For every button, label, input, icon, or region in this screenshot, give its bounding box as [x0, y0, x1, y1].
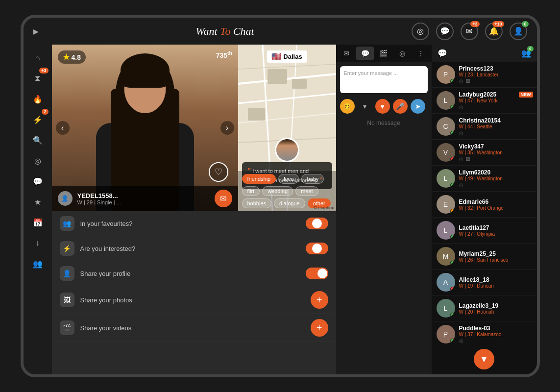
user-icons-christina20154: ◎ [459, 130, 532, 136]
share-photos-icon: 🖼 [60, 293, 74, 307]
user-meta-christina20154: Christina20154 W | 44 | Seattle ◎ [459, 117, 532, 136]
map-avatar-img [276, 139, 298, 161]
user-loc-edmarie66: W | 32 | Port Orange [459, 205, 532, 211]
map-bg: 🇺🇸 Dallas " I want to meet men and women… [238, 45, 336, 211]
toggle-favourites: 👥 In your favourites? [52, 211, 336, 236]
mic-btn[interactable]: 🎤 [393, 99, 408, 114]
user-loc-vicky347: W | 35 | Washington [459, 150, 532, 155]
user-item-princess123[interactable]: P Princess123 W | 23 | Lancaster ◎ 🖼 [432, 62, 537, 88]
message-input[interactable]: Enter your message ... [340, 66, 428, 93]
sidebar-item-adduser[interactable]: 👥 [29, 255, 46, 272]
tag-wedding[interactable]: wedding [262, 186, 293, 196]
right-panel-header: 💬 👥 0 [432, 45, 537, 62]
tag-hobbies[interactable]: hobbies [242, 198, 272, 208]
meta-target-icon: ◎ [459, 130, 463, 136]
user-item-lilym62020[interactable]: L Lilym62020 W | 49 | Washington ◎ [432, 166, 537, 192]
sidebar-item-star[interactable]: ★ [29, 194, 46, 210]
user-loc-princess123: W | 23 | Lancaster [459, 72, 532, 77]
sidebar-item-hourglass[interactable]: ⧗ +3 [29, 70, 46, 87]
sidebar-item-target[interactable]: ◎ [29, 152, 46, 169]
interested-icon: ⚡ [60, 241, 74, 256]
user-name-princess123: Princess123 [459, 65, 532, 72]
play-icon[interactable]: ▶ [33, 27, 39, 35]
target-icon-btn[interactable]: ◎ [412, 23, 429, 40]
user-item-vicky347[interactable]: V Vicky347 W | 35 | Washington ◎ 🖼 [432, 140, 537, 166]
share-videos-label: Share your videos [80, 324, 305, 332]
chat-tab-target[interactable]: ◎ [393, 47, 411, 60]
chat-tab-chat[interactable]: 💬 [356, 47, 374, 60]
bell-icon-btn[interactable]: 🔔 +10 [485, 23, 503, 40]
rp-chat-icon: 💬 [438, 49, 447, 58]
bottom-panel: 👥 In your favourites? ⚡ Are you interest… [52, 211, 336, 374]
chat-tab-mail[interactable]: ✉ [338, 47, 356, 60]
share-videos-icon: 🎬 [60, 320, 74, 335]
sidebar-item-home[interactable]: ⌂ [29, 49, 46, 66]
rank-badge: 735th [216, 50, 232, 59]
user-item-laetitia127[interactable]: L Laetitia127 W | 27 | Olympia [432, 218, 537, 244]
tag-dialogue[interactable]: dialogue [274, 198, 305, 208]
user-avatar-ladybug2025: L [437, 91, 455, 110]
chat-icon-btn[interactable]: 💬 [436, 23, 454, 40]
next-photo-btn[interactable]: › [220, 121, 234, 135]
user-loc-lagazelle: W | 20 | Hoonah [459, 309, 532, 315]
user-item-lagazelle[interactable]: L Lagazelle3_19 W | 20 | Hoonah [432, 295, 537, 321]
user-item-puddles[interactable]: P Puddles-03 W | 37 | Kalamazoo ◎ [432, 321, 537, 346]
user-meta-alice18: Alice18_18 W | 19 | Duncan [459, 276, 532, 289]
mail-icon-btn[interactable]: ✉ +3 [461, 23, 478, 40]
app-logo: Want To Chat [195, 25, 254, 38]
user-name-puddles: Puddles-03 [459, 325, 532, 332]
tag-love[interactable]: love [278, 174, 299, 184]
sidebar-item-lightning[interactable]: ⚡ 2 [29, 111, 46, 128]
user-item-ladybug2025[interactable]: L Ladybug2025 W | 47 | New York ◎ NEW [432, 88, 537, 114]
prev-photo-btn[interactable]: ‹ [56, 121, 70, 135]
share-profile-toggle[interactable] [306, 268, 328, 279]
tag-baby[interactable]: baby [301, 174, 324, 184]
tag-friendship[interactable]: friendship [242, 174, 276, 184]
favourites-toggle[interactable] [306, 218, 328, 229]
heart-btn[interactable]: ♡ [209, 162, 228, 182]
sidebar-item-calendar[interactable]: 📅 [29, 214, 46, 231]
sidebar-item-download[interactable]: ↓ [29, 235, 46, 251]
user-avatar-vicky347: V [437, 143, 455, 162]
interested-toggle[interactable] [306, 243, 328, 254]
online-dot [450, 261, 455, 265]
interested-label: Are you interested? [80, 245, 300, 252]
user-name-block: YEDEL1558... W | 29 | Single | ... [77, 192, 121, 205]
user-meta-vicky347: Vicky347 W | 35 | Washington ◎ 🖼 [459, 143, 532, 162]
share-photos-plus[interactable]: + [311, 291, 328, 309]
dropdown-btn[interactable]: ▾ [358, 99, 372, 114]
rp-adduser-btn[interactable]: 👥 0 [521, 49, 531, 58]
share-videos-plus[interactable]: + [311, 319, 328, 337]
user-loc-christina20154: W | 44 | Seattle [459, 124, 532, 129]
user-meta-edmarie66: Edmarie66 W | 32 | Port Orange [459, 198, 532, 211]
online-dot [450, 339, 455, 343]
user-item-myriam25[interactable]: M Myriam25_25 W | 26 | San Francisco [432, 244, 537, 270]
user-name-laetitia127: Laetitia127 [459, 224, 532, 231]
top-bar-icons: ◎ 💬 ✉ +3 🔔 +10 👤 0 [412, 23, 527, 40]
user-item-alice18[interactable]: A Alice18_18 W | 19 | Duncan [432, 270, 537, 295]
filter-btn[interactable]: ▼ [474, 349, 494, 369]
user-item-christina20154[interactable]: C Christina20154 W | 44 | Seattle ◎ [432, 114, 537, 140]
chat-tab-film[interactable]: 🎬 [375, 47, 392, 60]
tag-flirt[interactable]: flirt [242, 186, 260, 196]
user-item-edmarie66[interactable]: E Edmarie66 W | 32 | Port Orange [432, 192, 537, 218]
svg-rect-9 [292, 79, 307, 89]
user-icons-vicky347: ◎ 🖼 [459, 156, 532, 162]
top-bar: ▶ Want To Chat ◎ 💬 ✉ +3 🔔 +10 👤 0 [24, 18, 537, 45]
chat-tab-more[interactable]: ⋮ [412, 47, 430, 60]
user-avatar-lagazelle: L [437, 299, 455, 318]
send-btn[interactable]: ➤ [411, 99, 425, 114]
user-meta-lagazelle: Lagazelle3_19 W | 20 | Hoonah [459, 302, 532, 315]
star-icon: ★ [63, 52, 70, 62]
emoji-btn[interactable]: 😊 [340, 99, 355, 114]
sidebar-item-message[interactable]: 💬 [29, 173, 46, 190]
lightning-badge: 2 [42, 109, 48, 115]
sidebar-item-fire[interactable]: 🔥 [29, 91, 46, 107]
sidebar-item-search[interactable]: 🔍 [29, 132, 46, 148]
profile-icon-btn[interactable]: 👤 0 [510, 23, 527, 40]
user-loc-ladybug2025: W | 47 | New York [459, 98, 532, 103]
tag-meet[interactable]: meet [295, 186, 318, 196]
message-user-btn[interactable]: ✉ [215, 190, 232, 207]
heart-react-btn[interactable]: ♥ [375, 99, 390, 114]
meta-target-icon: ◎ [459, 156, 463, 162]
